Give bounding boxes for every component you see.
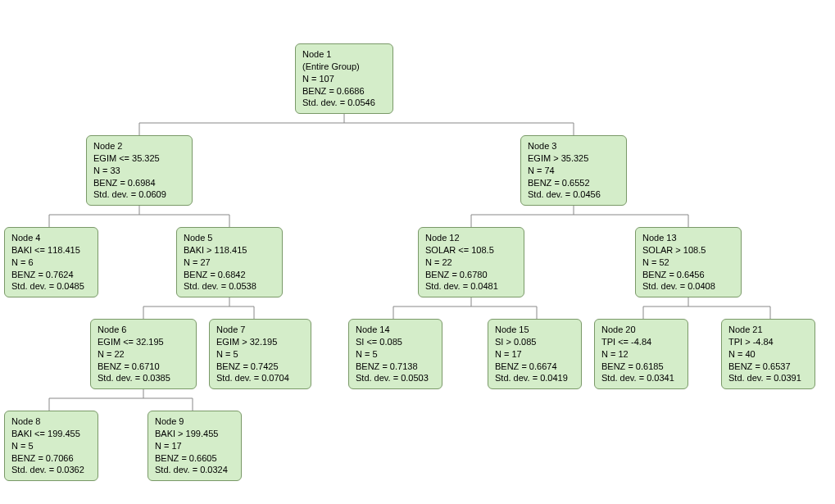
node-condition: BAKI <= 199.455: [11, 428, 91, 440]
tree-node-8: Node 8 BAKI <= 199.455 N = 5 BENZ = 0.70…: [4, 411, 98, 481]
node-benz: BENZ = 0.6710: [98, 361, 189, 373]
node-sd: Std. dev. = 0.0546: [302, 97, 386, 109]
node-n: N = 74: [528, 165, 619, 177]
tree-node-4: Node 4 BAKI <= 118.415 N = 6 BENZ = 0.76…: [4, 227, 98, 297]
tree-node-14: Node 14 SI <= 0.085 N = 5 BENZ = 0.7138 …: [348, 319, 442, 389]
node-subtitle: (Entire Group): [302, 61, 386, 73]
node-condition: BAKI > 118.415: [184, 244, 275, 257]
node-condition: TPI <= -4.84: [601, 336, 681, 348]
node-benz: BENZ = 0.6686: [302, 85, 386, 98]
node-title: Node 4: [11, 232, 91, 244]
node-benz: BENZ = 0.7066: [11, 452, 91, 465]
node-condition: BAKI <= 118.415: [11, 244, 91, 257]
node-sd: Std. dev. = 0.0419: [495, 372, 574, 384]
node-sd: Std. dev. = 0.0408: [642, 280, 734, 293]
node-title: Node 7: [216, 324, 304, 336]
node-title: Node 1: [302, 48, 386, 61]
node-title: Node 6: [98, 324, 189, 336]
node-sd: Std. dev. = 0.0481: [425, 280, 517, 293]
node-benz: BENZ = 0.6456: [642, 269, 734, 281]
node-sd: Std. dev. = 0.0385: [98, 372, 189, 384]
node-benz: BENZ = 0.6552: [528, 177, 619, 189]
node-sd: Std. dev. = 0.0391: [728, 372, 808, 384]
node-benz: BENZ = 0.6674: [495, 361, 574, 373]
node-n: N = 33: [93, 165, 185, 177]
node-title: Node 21: [728, 324, 808, 336]
node-condition: TPI > -4.84: [728, 336, 808, 348]
node-benz: BENZ = 0.6185: [601, 361, 681, 373]
node-title: Node 15: [495, 324, 574, 336]
node-n: N = 52: [642, 257, 734, 269]
node-condition: EGIM <= 35.325: [93, 152, 185, 165]
node-title: Node 2: [93, 140, 185, 152]
tree-node-15: Node 15 SI > 0.085 N = 17 BENZ = 0.6674 …: [488, 319, 582, 389]
node-condition: EGIM <= 32.195: [98, 336, 189, 348]
node-n: N = 27: [184, 257, 275, 269]
node-sd: Std. dev. = 0.0341: [601, 372, 681, 384]
node-condition: SI > 0.085: [495, 336, 574, 348]
tree-node-13: Node 13 SOLAR > 108.5 N = 52 BENZ = 0.64…: [635, 227, 742, 297]
tree-node-20: Node 20 TPI <= -4.84 N = 12 BENZ = 0.618…: [594, 319, 688, 389]
tree-node-6: Node 6 EGIM <= 32.195 N = 22 BENZ = 0.67…: [90, 319, 197, 389]
tree-node-1: Node 1 (Entire Group) N = 107 BENZ = 0.6…: [295, 43, 393, 114]
node-n: N = 40: [728, 348, 808, 361]
node-n: N = 5: [11, 440, 91, 452]
node-condition: SOLAR > 108.5: [642, 244, 734, 257]
node-benz: BENZ = 0.6605: [155, 452, 234, 465]
node-n: N = 6: [11, 257, 91, 269]
node-condition: EGIM > 35.325: [528, 152, 619, 165]
node-condition: EGIM > 32.195: [216, 336, 304, 348]
node-benz: BENZ = 0.7138: [356, 361, 435, 373]
node-title: Node 14: [356, 324, 435, 336]
node-n: N = 107: [302, 73, 386, 85]
node-n: N = 5: [216, 348, 304, 361]
tree-node-2: Node 2 EGIM <= 35.325 N = 33 BENZ = 0.69…: [86, 135, 193, 206]
node-benz: BENZ = 0.7425: [216, 361, 304, 373]
node-n: N = 5: [356, 348, 435, 361]
node-title: Node 8: [11, 415, 91, 428]
node-title: Node 9: [155, 415, 234, 428]
node-condition: BAKI > 199.455: [155, 428, 234, 440]
node-title: Node 3: [528, 140, 619, 152]
node-n: N = 17: [155, 440, 234, 452]
node-title: Node 20: [601, 324, 681, 336]
tree-node-3: Node 3 EGIM > 35.325 N = 74 BENZ = 0.655…: [520, 135, 627, 206]
tree-node-12: Node 12 SOLAR <= 108.5 N = 22 BENZ = 0.6…: [418, 227, 524, 297]
tree-node-5: Node 5 BAKI > 118.415 N = 27 BENZ = 0.68…: [176, 227, 283, 297]
node-sd: Std. dev. = 0.0503: [356, 372, 435, 384]
node-n: N = 22: [425, 257, 517, 269]
node-title: Node 13: [642, 232, 734, 244]
node-title: Node 12: [425, 232, 517, 244]
node-sd: Std. dev. = 0.0324: [155, 464, 234, 476]
node-sd: Std. dev. = 0.0538: [184, 280, 275, 293]
node-sd: Std. dev. = 0.0456: [528, 188, 619, 201]
node-benz: BENZ = 0.6842: [184, 269, 275, 281]
node-n: N = 22: [98, 348, 189, 361]
node-benz: BENZ = 0.6984: [93, 177, 185, 189]
node-n: N = 12: [601, 348, 681, 361]
node-condition: SOLAR <= 108.5: [425, 244, 517, 257]
node-benz: BENZ = 0.6537: [728, 361, 808, 373]
tree-node-7: Node 7 EGIM > 32.195 N = 5 BENZ = 0.7425…: [209, 319, 311, 389]
node-condition: SI <= 0.085: [356, 336, 435, 348]
node-title: Node 5: [184, 232, 275, 244]
node-sd: Std. dev. = 0.0704: [216, 372, 304, 384]
node-sd: Std. dev. = 0.0485: [11, 280, 91, 293]
tree-node-9: Node 9 BAKI > 199.455 N = 17 BENZ = 0.66…: [147, 411, 242, 481]
node-n: N = 17: [495, 348, 574, 361]
node-benz: BENZ = 0.7624: [11, 269, 91, 281]
node-sd: Std. dev. = 0.0609: [93, 188, 185, 201]
node-benz: BENZ = 0.6780: [425, 269, 517, 281]
tree-node-21: Node 21 TPI > -4.84 N = 40 BENZ = 0.6537…: [721, 319, 815, 389]
node-sd: Std. dev. = 0.0362: [11, 464, 91, 476]
